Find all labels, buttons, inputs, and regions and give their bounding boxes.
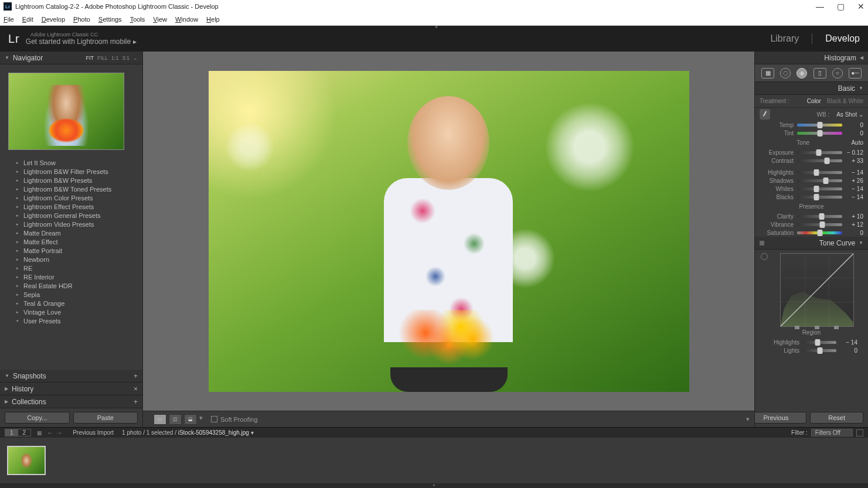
navigator-preview[interactable]	[0, 64, 142, 158]
slider-value[interactable]: + 12	[846, 221, 863, 228]
navigator-header[interactable]: ▼ Navigator FIT FILL 1:1 3:1 ⌄	[0, 52, 142, 64]
preset-folder[interactable]: Sepia	[0, 290, 142, 299]
crop-tool[interactable]: ▦	[761, 68, 774, 79]
slider-track[interactable]	[797, 187, 842, 190]
file-menu-icon[interactable]: ▾	[251, 429, 254, 436]
preset-folder[interactable]: Lightroom B&W Presets	[0, 176, 142, 185]
slider-vibrance[interactable]: Vibrance+ 12	[755, 220, 868, 228]
menu-tools[interactable]: Tools	[130, 16, 145, 23]
menu-file[interactable]: File	[4, 16, 14, 23]
zoom-3to1[interactable]: 3:1	[122, 55, 130, 61]
slider-lights[interactable]: Lights0	[761, 346, 862, 354]
slider-track[interactable]	[803, 341, 836, 344]
slider-value[interactable]: 0	[846, 130, 863, 136]
slider-value[interactable]: 0	[840, 347, 857, 354]
preset-folder[interactable]: Lightroom General Presets	[0, 211, 142, 220]
module-library[interactable]: Library	[770, 33, 799, 44]
preset-folder[interactable]: Lightroom B&W Filter Presets	[0, 167, 142, 176]
filmstrip-toggle[interactable]: ▼	[0, 483, 868, 488]
preset-folder[interactable]: Lightroom Color Presets	[0, 193, 142, 202]
wb-eyedropper-icon[interactable]	[760, 109, 770, 120]
before-after-tb-button[interactable]: ⬓	[184, 414, 197, 425]
reset-button[interactable]: Reset	[810, 412, 863, 424]
slider-value[interactable]: − 14	[846, 169, 863, 176]
menu-photo[interactable]: Photo	[73, 16, 90, 23]
preset-folder[interactable]: Lightroom Effect Presets	[0, 202, 142, 211]
slider-track[interactable]	[797, 171, 842, 174]
previous-button[interactable]: Previous	[754, 412, 806, 424]
preset-folder[interactable]: Matte Effect	[0, 237, 142, 246]
preset-folder[interactable]: Teal & Orange	[0, 299, 142, 308]
paste-button[interactable]: Paste	[73, 412, 138, 424]
copy-button[interactable]: Copy...	[5, 412, 70, 424]
slider-value[interactable]: 0	[846, 230, 863, 236]
filter-dropdown[interactable]: Filters Off	[811, 429, 853, 436]
menu-view[interactable]: View	[153, 16, 167, 23]
nav-fwd-icon[interactable]: →	[56, 429, 62, 436]
slider-highlights[interactable]: Highlights− 14	[761, 338, 862, 346]
history-header[interactable]: ▶ History ×	[0, 383, 142, 395]
slider-value[interactable]: − 0.12	[846, 149, 863, 156]
curve-target-icon[interactable]	[761, 253, 768, 260]
loupe-view-button[interactable]: ▭	[154, 414, 166, 425]
radial-filter-tool[interactable]: ○	[832, 68, 843, 79]
add-collection-button[interactable]: +	[134, 398, 138, 406]
auto-tone-button[interactable]: Auto	[851, 139, 863, 146]
zoom-fill[interactable]: FILL	[97, 55, 108, 61]
slider-temp[interactable]: Temp0	[755, 121, 868, 129]
slider-track[interactable]	[797, 159, 842, 162]
preset-folder[interactable]: Vintage Love	[0, 308, 142, 316]
slider-value[interactable]: 0	[846, 122, 863, 128]
preset-folder[interactable]: User Presets	[0, 316, 142, 325]
filmstrip[interactable]	[0, 438, 868, 483]
slider-highlights[interactable]: Highlights− 14	[755, 168, 868, 176]
slider-track[interactable]	[797, 132, 842, 135]
slider-track[interactable]	[803, 349, 836, 352]
wb-value[interactable]: As Shot ⌄	[836, 111, 863, 118]
spot-tool[interactable]: ◌	[780, 68, 791, 79]
source-label[interactable]: Previous Import	[73, 429, 114, 436]
menu-window[interactable]: Window	[175, 16, 198, 23]
preset-folder[interactable]: RE	[0, 264, 142, 272]
filmstrip-thumb[interactable]	[7, 446, 46, 475]
zoom-fit[interactable]: FIT	[86, 55, 94, 61]
menu-settings[interactable]: Settings	[98, 16, 122, 23]
top-panel-toggle-icon[interactable]: ▼	[434, 25, 439, 30]
basic-header[interactable]: Basic ▼	[755, 82, 868, 95]
monitor-switch[interactable]: 12	[5, 429, 31, 436]
brush-tool[interactable]: ●─	[849, 68, 862, 79]
slider-track[interactable]	[797, 179, 842, 182]
slider-clarity[interactable]: Clarity+ 10	[755, 212, 868, 220]
menu-help[interactable]: Help	[206, 16, 220, 23]
grad-filter-tool[interactable]: ▯	[813, 68, 826, 79]
grid-icon[interactable]: ▦	[37, 430, 42, 436]
preset-folder[interactable]: RE Interior	[0, 272, 142, 281]
filter-lock-icon[interactable]	[856, 429, 863, 436]
snapshots-header[interactable]: ▼ Snapshots +	[0, 370, 142, 383]
slider-value[interactable]: + 33	[846, 158, 863, 164]
maximize-button[interactable]: ▢	[837, 2, 845, 11]
preset-folder[interactable]: Matte Dream	[0, 228, 142, 237]
slider-saturation[interactable]: Saturation0	[755, 228, 868, 237]
slider-value[interactable]: − 14	[846, 194, 863, 200]
slider-track[interactable]	[797, 196, 842, 199]
preset-folder[interactable]: Lightroom B&W Toned Presets	[0, 185, 142, 193]
slider-contrast[interactable]: Contrast+ 33	[755, 156, 868, 165]
treatment-bw[interactable]: Black & White	[827, 98, 863, 104]
preset-folder[interactable]: Let It Snow	[0, 158, 142, 167]
clear-history-button[interactable]: ×	[134, 385, 138, 393]
toolbar-menu-icon[interactable]: ▾	[746, 415, 750, 423]
main-photo[interactable]	[209, 71, 689, 392]
before-after-lr-button[interactable]: ◫	[169, 414, 182, 425]
slider-whites[interactable]: Whites− 14	[755, 185, 868, 193]
slider-track[interactable]	[797, 151, 842, 154]
collections-header[interactable]: ▶ Collections +	[0, 395, 142, 408]
slider-track[interactable]	[797, 215, 842, 218]
slider-value[interactable]: + 26	[846, 178, 863, 184]
tonecurve-header[interactable]: Tone Curve ▼	[755, 237, 868, 250]
slider-value[interactable]: + 10	[846, 213, 863, 220]
panel-switch[interactable]	[760, 241, 764, 245]
view-dropdown-icon[interactable]: ▾	[199, 414, 203, 425]
nav-back-icon[interactable]: ←	[47, 429, 53, 436]
minimize-button[interactable]: —	[816, 2, 824, 11]
